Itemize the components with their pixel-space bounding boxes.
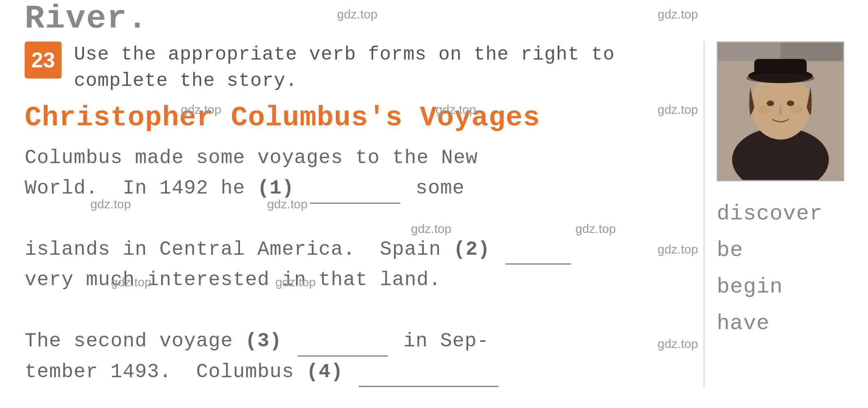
exercise-number: 23 [25,41,62,78]
svg-rect-3 [780,43,843,61]
story-para3-mid: in Sep- [404,330,489,352]
verb-item-3: begin [717,275,823,299]
story-para1-start: Columbus made some voyages to the NewWor… [25,147,478,199]
svg-rect-2 [718,43,780,61]
story-para3-end: tember 1493. Columbus (4) [25,361,343,383]
verb-list: discover be begin have [717,202,823,336]
story-para2-start: islands in Central America. Spain (2) [25,238,490,260]
main-layout: 23 Use the appropriate verb forms on the… [25,41,843,387]
svg-point-9 [746,74,815,83]
story-para3-start: The second voyage (3) [25,330,282,352]
left-content: 23 Use the appropriate verb forms on the… [25,41,695,387]
right-panel: discover be begin have [704,41,843,387]
svg-point-11 [787,101,794,106]
exercise-row: 23 Use the appropriate verb forms on the… [25,41,679,95]
verb-item-2: be [717,238,823,263]
exercise-instruction: Use the appropriate verb forms on the ri… [74,41,615,95]
svg-point-12 [758,105,770,113]
svg-point-10 [767,101,774,106]
verb-item-1: discover [717,202,823,226]
story-body: Columbus made some voyages to the NewWor… [25,143,679,387]
portrait-image [717,41,844,181]
story-para2-end: very much interested in that land. [25,269,441,291]
svg-point-13 [791,105,803,113]
portrait-svg [718,43,843,180]
top-cutoff-text: River. [25,0,843,37]
blank-4 [359,386,499,387]
blank-2 [506,263,571,265]
blank-1 [310,203,400,204]
story-title: Christopher Columbus's Voyages [25,102,679,134]
story-para1-end: some [416,177,464,199]
blank-3 [298,355,388,357]
page-container: River. gdz.top gdz.top gdz.top gdz.top g… [0,0,868,408]
verb-item-4: have [717,311,823,336]
